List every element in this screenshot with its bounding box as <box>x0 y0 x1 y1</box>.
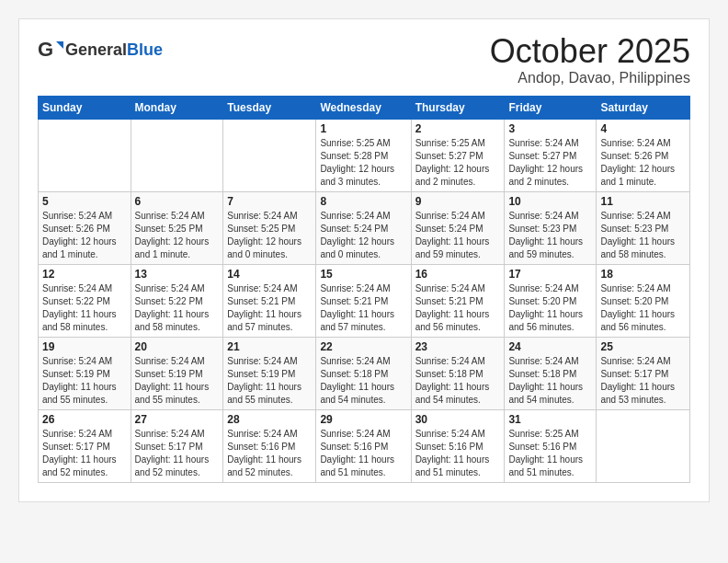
header-friday: Friday <box>505 96 597 119</box>
day-info: Sunrise: 5:24 AMSunset: 5:19 PMDaylight:… <box>135 355 220 407</box>
day-number: 30 <box>415 413 501 426</box>
calendar-cell: 18Sunrise: 5:24 AMSunset: 5:20 PMDayligh… <box>597 264 690 337</box>
calendar-cell: 11Sunrise: 5:24 AMSunset: 5:23 PMDayligh… <box>597 191 690 264</box>
day-number: 16 <box>415 268 501 281</box>
header-saturday: Saturday <box>597 96 690 119</box>
day-number: 23 <box>415 340 501 353</box>
header-sunday: Sunday <box>39 96 131 119</box>
calendar-cell: 10Sunrise: 5:24 AMSunset: 5:23 PMDayligh… <box>505 191 597 264</box>
calendar-cell: 4Sunrise: 5:24 AMSunset: 5:26 PMDaylight… <box>597 119 690 191</box>
calendar-cell: 7Sunrise: 5:24 AMSunset: 5:25 PMDaylight… <box>223 191 316 264</box>
day-number: 1 <box>320 122 406 135</box>
calendar-cell: 1Sunrise: 5:25 AMSunset: 5:28 PMDaylight… <box>316 119 411 191</box>
day-info: Sunrise: 5:24 AMSunset: 5:17 PMDaylight:… <box>600 355 686 407</box>
day-info: Sunrise: 5:24 AMSunset: 5:19 PMDaylight:… <box>42 355 127 407</box>
day-number: 14 <box>227 268 312 281</box>
day-info: Sunrise: 5:24 AMSunset: 5:21 PMDaylight:… <box>227 282 312 334</box>
calendar-week-3: 12Sunrise: 5:24 AMSunset: 5:22 PMDayligh… <box>39 264 690 337</box>
svg-marker-1 <box>56 41 63 49</box>
logo-general: General <box>65 40 127 59</box>
day-number: 21 <box>227 340 312 353</box>
calendar-cell: 14Sunrise: 5:24 AMSunset: 5:21 PMDayligh… <box>223 264 316 337</box>
day-info: Sunrise: 5:24 AMSunset: 5:18 PMDaylight:… <box>508 355 592 407</box>
day-info: Sunrise: 5:24 AMSunset: 5:23 PMDaylight:… <box>600 210 686 261</box>
day-number: 10 <box>508 195 592 208</box>
calendar-cell: 28Sunrise: 5:24 AMSunset: 5:16 PMDayligh… <box>223 409 316 482</box>
day-info: Sunrise: 5:24 AMSunset: 5:16 PMDaylight:… <box>415 428 501 479</box>
day-info: Sunrise: 5:24 AMSunset: 5:25 PMDaylight:… <box>135 210 220 261</box>
calendar-cell: 8Sunrise: 5:24 AMSunset: 5:24 PMDaylight… <box>316 191 411 264</box>
day-info: Sunrise: 5:24 AMSunset: 5:21 PMDaylight:… <box>320 282 406 334</box>
day-number: 20 <box>135 340 220 353</box>
calendar-cell: 29Sunrise: 5:24 AMSunset: 5:16 PMDayligh… <box>316 409 411 482</box>
calendar-cell: 31Sunrise: 5:25 AMSunset: 5:16 PMDayligh… <box>505 409 597 482</box>
calendar-page: G GeneralBlue October 2025 Andop, Davao,… <box>18 18 710 502</box>
calendar-week-1: 1Sunrise: 5:25 AMSunset: 5:28 PMDaylight… <box>39 119 690 191</box>
day-number: 5 <box>42 195 127 208</box>
header: G GeneralBlue October 2025 Andop, Davao,… <box>38 33 690 86</box>
day-info: Sunrise: 5:24 AMSunset: 5:16 PMDaylight:… <box>227 428 312 479</box>
location: Andop, Davao, Philippines <box>490 70 690 86</box>
day-info: Sunrise: 5:24 AMSunset: 5:17 PMDaylight:… <box>135 428 220 479</box>
day-number: 9 <box>415 195 501 208</box>
day-info: Sunrise: 5:24 AMSunset: 5:22 PMDaylight:… <box>42 282 127 334</box>
calendar-cell: 24Sunrise: 5:24 AMSunset: 5:18 PMDayligh… <box>505 337 597 409</box>
calendar-cell: 13Sunrise: 5:24 AMSunset: 5:22 PMDayligh… <box>131 264 223 337</box>
day-number: 15 <box>320 268 406 281</box>
title-block: October 2025 Andop, Davao, Philippines <box>490 33 690 86</box>
svg-text:G: G <box>38 38 53 61</box>
header-tuesday: Tuesday <box>223 96 316 119</box>
day-info: Sunrise: 5:24 AMSunset: 5:18 PMDaylight:… <box>415 355 501 407</box>
day-info: Sunrise: 5:24 AMSunset: 5:23 PMDaylight:… <box>508 210 592 261</box>
calendar-week-4: 19Sunrise: 5:24 AMSunset: 5:19 PMDayligh… <box>39 337 690 409</box>
logo: G GeneralBlue <box>38 38 163 63</box>
calendar-cell <box>131 119 223 191</box>
day-number: 29 <box>320 413 406 426</box>
day-info: Sunrise: 5:24 AMSunset: 5:16 PMDaylight:… <box>320 428 406 479</box>
day-info: Sunrise: 5:24 AMSunset: 5:24 PMDaylight:… <box>415 210 501 261</box>
calendar-cell: 3Sunrise: 5:24 AMSunset: 5:27 PMDaylight… <box>505 119 597 191</box>
calendar-cell: 15Sunrise: 5:24 AMSunset: 5:21 PMDayligh… <box>316 264 411 337</box>
calendar-cell: 9Sunrise: 5:24 AMSunset: 5:24 PMDaylight… <box>411 191 505 264</box>
calendar-table: Sunday Monday Tuesday Wednesday Thursday… <box>38 96 690 483</box>
calendar-cell: 16Sunrise: 5:24 AMSunset: 5:21 PMDayligh… <box>411 264 505 337</box>
day-info: Sunrise: 5:24 AMSunset: 5:18 PMDaylight:… <box>320 355 406 407</box>
calendar-week-2: 5Sunrise: 5:24 AMSunset: 5:26 PMDaylight… <box>39 191 690 264</box>
month-title: October 2025 <box>490 33 690 70</box>
calendar-week-5: 26Sunrise: 5:24 AMSunset: 5:17 PMDayligh… <box>39 409 690 482</box>
day-number: 27 <box>135 413 220 426</box>
day-number: 12 <box>42 268 127 281</box>
day-number: 6 <box>135 195 220 208</box>
calendar-cell: 23Sunrise: 5:24 AMSunset: 5:18 PMDayligh… <box>411 337 505 409</box>
day-info: Sunrise: 5:25 AMSunset: 5:28 PMDaylight:… <box>320 137 406 189</box>
day-number: 18 <box>600 268 686 281</box>
header-monday: Monday <box>131 96 223 119</box>
day-number: 22 <box>320 340 406 353</box>
day-info: Sunrise: 5:25 AMSunset: 5:27 PMDaylight:… <box>415 137 501 189</box>
day-info: Sunrise: 5:24 AMSunset: 5:21 PMDaylight:… <box>415 282 501 334</box>
calendar-cell: 30Sunrise: 5:24 AMSunset: 5:16 PMDayligh… <box>411 409 505 482</box>
day-number: 11 <box>600 195 686 208</box>
day-info: Sunrise: 5:24 AMSunset: 5:26 PMDaylight:… <box>42 210 127 261</box>
day-info: Sunrise: 5:24 AMSunset: 5:19 PMDaylight:… <box>227 355 312 407</box>
day-number: 17 <box>508 268 592 281</box>
day-info: Sunrise: 5:24 AMSunset: 5:17 PMDaylight:… <box>42 428 127 479</box>
day-number: 28 <box>227 413 312 426</box>
day-info: Sunrise: 5:24 AMSunset: 5:26 PMDaylight:… <box>600 137 686 189</box>
calendar-cell: 27Sunrise: 5:24 AMSunset: 5:17 PMDayligh… <box>131 409 223 482</box>
day-number: 13 <box>135 268 220 281</box>
header-wednesday: Wednesday <box>316 96 411 119</box>
calendar-cell <box>223 119 316 191</box>
day-number: 4 <box>600 122 686 135</box>
day-number: 26 <box>42 413 127 426</box>
calendar-cell <box>39 119 131 191</box>
calendar-cell: 17Sunrise: 5:24 AMSunset: 5:20 PMDayligh… <box>505 264 597 337</box>
header-thursday: Thursday <box>411 96 505 119</box>
calendar-cell: 6Sunrise: 5:24 AMSunset: 5:25 PMDaylight… <box>131 191 223 264</box>
day-number: 19 <box>42 340 127 353</box>
day-number: 2 <box>415 122 501 135</box>
day-info: Sunrise: 5:24 AMSunset: 5:25 PMDaylight:… <box>227 210 312 261</box>
day-info: Sunrise: 5:24 AMSunset: 5:24 PMDaylight:… <box>320 210 406 261</box>
day-info: Sunrise: 5:24 AMSunset: 5:27 PMDaylight:… <box>508 137 592 189</box>
logo-blue: Blue <box>127 40 163 59</box>
